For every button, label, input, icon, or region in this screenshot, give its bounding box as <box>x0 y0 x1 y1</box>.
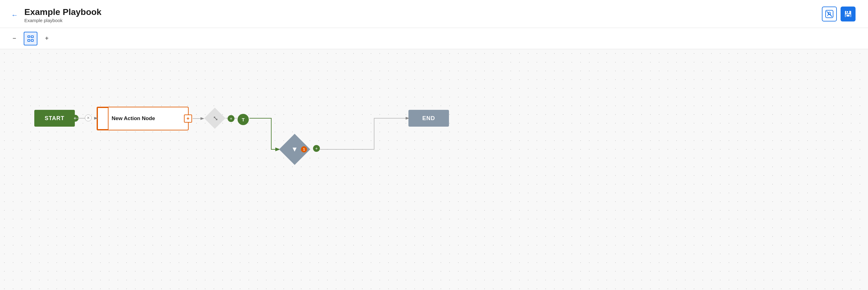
start-plus-button[interactable]: + <box>72 115 79 122</box>
action-node-left-bar <box>97 107 108 130</box>
end-node[interactable]: END <box>408 110 449 126</box>
canvas: START + ✕ New Action Node + ⤡ + T ▼ 1 + … <box>0 49 868 290</box>
action-node-plus-button[interactable]: + <box>184 114 192 122</box>
save-icon <box>844 10 852 18</box>
true-label: T <box>242 117 244 122</box>
branch-node[interactable]: ⤡ <box>204 108 225 129</box>
filter-plus-button[interactable]: + <box>313 145 320 152</box>
start-node[interactable]: START + <box>34 110 75 126</box>
svg-rect-9 <box>28 39 30 41</box>
branch-icon: ⤡ <box>213 114 218 122</box>
true-branch-badge[interactable]: T <box>238 114 249 125</box>
start-label: START <box>44 115 65 122</box>
notification-icon <box>825 10 833 18</box>
toolbar: − + <box>0 28 868 49</box>
action-node-label: New Action Node <box>112 115 155 122</box>
zoom-out-button[interactable]: − <box>7 32 21 45</box>
action-node[interactable]: New Action Node + <box>97 107 189 131</box>
filter-badge: 1 <box>301 146 307 152</box>
svg-rect-10 <box>31 36 33 38</box>
header-actions <box>822 6 856 22</box>
zoom-in-button[interactable]: + <box>40 32 54 45</box>
page-title: Example Playbook <box>24 7 101 17</box>
notification-button[interactable] <box>822 6 837 22</box>
end-label: END <box>422 115 435 122</box>
back-button[interactable]: ← <box>10 10 19 21</box>
filter-icon: ▼ <box>291 145 298 153</box>
connections-svg <box>0 49 868 290</box>
save-button[interactable] <box>841 6 856 22</box>
page-subtitle: Example playbook <box>24 18 101 23</box>
svg-rect-11 <box>31 39 33 41</box>
connection-x-button[interactable]: ✕ <box>85 114 92 121</box>
svg-rect-8 <box>28 36 30 37</box>
header: ← Example Playbook Example playbook <box>0 0 868 28</box>
svg-rect-6 <box>847 11 848 13</box>
frame-icon <box>27 35 34 42</box>
filter-count: 1 <box>303 147 305 151</box>
title-area: Example Playbook Example playbook <box>24 7 101 23</box>
branch-plus-button[interactable]: + <box>227 115 235 122</box>
fit-frame-button[interactable] <box>24 32 37 45</box>
svg-rect-7 <box>846 15 849 16</box>
